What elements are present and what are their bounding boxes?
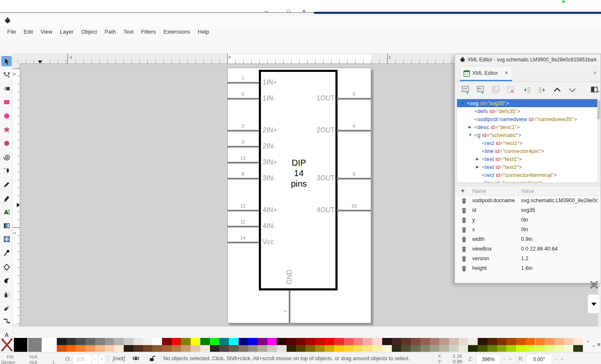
pin-line-4[interactable] xyxy=(337,130,371,132)
palette-swatch-ff0000[interactable] xyxy=(172,338,181,345)
attribute-row-height[interactable]: height1.6in xyxy=(455,264,601,273)
layer-lock-icon[interactable] xyxy=(149,355,156,362)
eraser-tool[interactable] xyxy=(1,303,12,313)
menu-help[interactable]: Help xyxy=(194,27,213,36)
palette-swatch-999999[interactable] xyxy=(105,338,114,345)
rotation-decrement[interactable]: − xyxy=(554,354,558,364)
pin-label-4OUT[interactable]: 4OUT xyxy=(301,206,335,214)
palette-swatch-d40000[interactable] xyxy=(315,338,325,345)
pin-line-8[interactable] xyxy=(227,178,259,179)
pin-number-8[interactable]: 8 xyxy=(234,171,251,177)
pin-line-12[interactable] xyxy=(227,210,259,211)
pin-line-14[interactable] xyxy=(227,242,259,243)
rotation-input[interactable]: 0.00° xyxy=(526,354,552,364)
delete-attribute-icon[interactable] xyxy=(461,207,467,214)
palette-swatch-ffffff[interactable] xyxy=(43,338,56,352)
horizontal-scrollbar-track[interactable] xyxy=(13,327,601,337)
palette-swatch-2b2b16[interactable] xyxy=(392,345,402,352)
xml-tree-row-text1[interactable]: ▶<text id="text1"> xyxy=(457,155,598,163)
palette-swatch-5f352c[interactable] xyxy=(401,338,411,345)
delete-attribute-icon[interactable] xyxy=(461,217,467,223)
palette-swatch-800080[interactable] xyxy=(258,338,267,345)
box-3d-tool[interactable] xyxy=(1,138,12,149)
palette-swatch-9b8f80[interactable] xyxy=(248,345,258,352)
xml-editor-tab[interactable]: <> XML Editor ✕ xyxy=(460,66,512,81)
menu-view[interactable]: View xyxy=(37,27,56,36)
pin-line-5[interactable] xyxy=(337,98,371,100)
pen-tool[interactable] xyxy=(1,166,12,176)
xml-editor-tabrow-chevron-icon[interactable]: ˅ xyxy=(593,70,596,76)
palette-swatch-86866a[interactable] xyxy=(420,345,430,352)
palette-scroll-down-icon[interactable]: ⌄ xyxy=(592,343,596,348)
palette-swatch-ff6600[interactable] xyxy=(66,345,76,352)
palette-swatch-00ffff[interactable] xyxy=(229,338,239,345)
attribute-row-y[interactable]: y0in xyxy=(455,215,601,225)
palette-swatch-ff7f2a[interactable] xyxy=(535,338,545,345)
palette-swatch-0000ff[interactable] xyxy=(248,338,258,345)
pin-label-4IN+[interactable]: 4IN+ xyxy=(263,206,277,214)
palette-swatch-d1c8bd[interactable] xyxy=(267,345,277,352)
palette-swatch-ffaaaa[interactable] xyxy=(363,338,372,345)
rotation-increment[interactable]: + xyxy=(560,354,564,364)
delete-attribute-icon[interactable] xyxy=(461,198,467,204)
palette-swatch-7b4a3e[interactable] xyxy=(411,338,420,345)
selector-tool[interactable] xyxy=(1,56,12,66)
palette-swatch-241311[interactable] xyxy=(382,338,392,345)
attribute-row-id[interactable]: idsvg35 xyxy=(455,206,601,215)
xml-tree-row-connector5pin[interactable]: <line id="connector5pin"> xyxy=(457,179,598,183)
pin-label-2OUT[interactable]: 2OUT xyxy=(301,127,335,134)
palette-swatch-e2c6ab[interactable] xyxy=(191,345,200,352)
schematic-gnd-pin-number[interactable]: 7 xyxy=(283,300,288,313)
palette-swatch-e6e6e6[interactable] xyxy=(133,338,143,345)
pin-line-13[interactable] xyxy=(227,162,259,164)
xml-tree-row-namedview35[interactable]: <sodipodi:namedview id="namedview35"> xyxy=(457,115,598,123)
palette-swatch-668000[interactable] xyxy=(487,345,497,352)
xml-panel-splitter[interactable] xyxy=(455,183,601,186)
palette-swatch-800000[interactable] xyxy=(162,338,172,345)
palette-swatch-ffeeaa[interactable] xyxy=(372,345,382,352)
schematic-center-label[interactable]: DIP14pins xyxy=(278,157,320,189)
layer-visibility-eye-icon[interactable] xyxy=(132,355,140,362)
dropper-tool[interactable] xyxy=(1,248,12,258)
palette-swatch-008080[interactable] xyxy=(219,338,229,345)
xml-tree-row-schematic[interactable]: ▼<g id="schematic"> xyxy=(457,131,598,139)
vertical-ruler[interactable] xyxy=(13,63,20,327)
duplicate-node-button[interactable]: <> xyxy=(491,85,500,95)
menu-layer[interactable]: Layer xyxy=(56,27,77,36)
attribute-row-sodipodi:docname[interactable]: sodipodi:docnamesvg.schematic.LM3900_8e2… xyxy=(455,196,601,206)
palette-swatch-f6ffd5[interactable] xyxy=(564,345,574,352)
palette-swatch-aa0000[interactable] xyxy=(306,338,315,345)
pin-number-11[interactable]: 11 xyxy=(234,219,251,224)
palette-swatch-fff6d5[interactable] xyxy=(382,345,392,352)
palette-swatch-000080[interactable] xyxy=(239,338,248,345)
palette-swatch-445500[interactable] xyxy=(478,345,487,352)
palette-swatch-ffd5d5[interactable] xyxy=(372,338,382,345)
menu-file[interactable]: File xyxy=(3,27,20,36)
pin-label-3IN-[interactable]: 3IN- xyxy=(263,174,275,182)
pin-number-4[interactable]: 4 xyxy=(346,124,362,129)
palette-swatch-4f4f35[interactable] xyxy=(401,345,411,352)
star-tool[interactable] xyxy=(1,124,12,135)
palette-swatch-b3b3b3[interactable] xyxy=(114,338,124,345)
palette-menu-icon[interactable]: ≡ xyxy=(597,341,601,348)
move-node-up-button[interactable] xyxy=(553,85,562,95)
palette-swatch-806600[interactable] xyxy=(306,345,315,352)
palette-swatch-ccff00[interactable] xyxy=(516,345,526,352)
palette-swatch-2b2522[interactable] xyxy=(210,345,220,352)
zoom-decrement[interactable]: − xyxy=(503,354,506,364)
palette-swatch-d45500[interactable] xyxy=(57,345,66,352)
delete-attribute-icon[interactable] xyxy=(461,236,467,243)
palette-swatch-1a1a1a[interactable] xyxy=(57,338,66,345)
delete-attribute-icon[interactable] xyxy=(461,227,467,233)
add-attribute-button[interactable]: + xyxy=(461,187,465,195)
palette-swatch-2b2200[interactable] xyxy=(287,345,296,352)
palette-swatch-ffffff[interactable] xyxy=(152,338,162,345)
gradient-tool[interactable] xyxy=(1,220,12,231)
pin-label-Vcc[interactable]: Vcc xyxy=(263,238,274,246)
palette-swatch-b8b8a2[interactable] xyxy=(439,345,449,352)
palette-swatch-b57a43[interactable] xyxy=(172,345,181,352)
menu-path[interactable]: Path xyxy=(101,27,120,36)
palette-swatch-00ff00[interactable] xyxy=(210,338,220,345)
palette-swatch-2b3a0a[interactable] xyxy=(573,345,583,352)
delete-node-button[interactable]: <> xyxy=(506,85,516,95)
